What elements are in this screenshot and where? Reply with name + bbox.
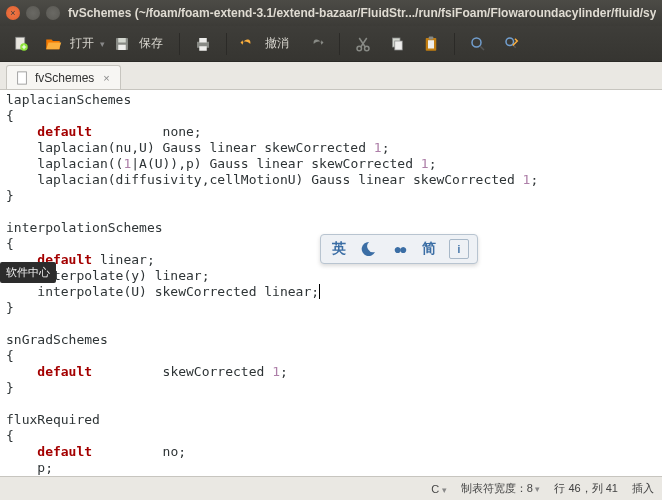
- copy-button[interactable]: [382, 31, 412, 57]
- redo-button[interactable]: [301, 31, 331, 57]
- separator: [339, 33, 340, 55]
- svg-rect-3: [118, 38, 126, 43]
- tooltip-software-center: 软件中心: [0, 262, 56, 283]
- svg-rect-11: [395, 41, 403, 50]
- svg-rect-14: [429, 36, 434, 39]
- window-titlebar: × fvSchemes (~/foam/foam-extend-3.1/exte…: [0, 0, 662, 26]
- status-bar: C 制表符宽度：8 行 46，列 41 插入: [0, 476, 662, 500]
- tab-fvschemes[interactable]: fvSchemes ×: [6, 65, 121, 89]
- svg-rect-4: [118, 44, 126, 49]
- tab-bar: fvSchemes ×: [0, 62, 662, 90]
- close-icon[interactable]: ×: [6, 6, 20, 20]
- status-position: 行 46，列 41: [554, 481, 618, 496]
- save-button[interactable]: [109, 31, 135, 57]
- minimize-icon[interactable]: [26, 6, 40, 20]
- separator: [454, 33, 455, 55]
- svg-rect-7: [199, 46, 207, 51]
- new-file-button[interactable]: [6, 31, 36, 57]
- undo-label: 撤消: [265, 35, 289, 52]
- open-button[interactable]: [40, 31, 66, 57]
- separator: [226, 33, 227, 55]
- svg-point-15: [472, 38, 481, 47]
- separator: [179, 33, 180, 55]
- ime-settings-icon[interactable]: i: [449, 239, 469, 259]
- window-controls: ×: [6, 6, 60, 20]
- search-button[interactable]: [463, 31, 493, 57]
- svg-rect-13: [428, 40, 434, 48]
- window-title: fvSchemes (~/foam/foam-extend-3.1/extend…: [68, 6, 656, 20]
- svg-rect-17: [18, 71, 27, 83]
- tab-close-icon[interactable]: ×: [100, 72, 112, 84]
- svg-rect-6: [199, 38, 207, 43]
- status-tabwidth[interactable]: 制表符宽度：8: [461, 481, 541, 496]
- ime-simplified-button[interactable]: 简: [419, 239, 439, 259]
- open-dropdown-icon[interactable]: ▾: [100, 39, 105, 49]
- main-toolbar: 打开 ▾ 保存 撤消: [0, 26, 662, 62]
- ime-moon-icon[interactable]: [359, 239, 379, 259]
- ime-fullwidth-icon[interactable]: ●●: [389, 239, 409, 259]
- document-icon: [15, 71, 29, 85]
- tab-label: fvSchemes: [35, 71, 94, 85]
- status-language[interactable]: C: [431, 483, 446, 495]
- code-editor[interactable]: laplacianSchemes { default none; laplaci…: [0, 90, 662, 476]
- open-label: 打开: [70, 35, 94, 52]
- ime-lang-button[interactable]: 英: [329, 239, 349, 259]
- print-button[interactable]: [188, 31, 218, 57]
- cut-button[interactable]: [348, 31, 378, 57]
- replace-button[interactable]: [497, 31, 527, 57]
- paste-button[interactable]: [416, 31, 446, 57]
- undo-button[interactable]: [235, 31, 261, 57]
- save-label: 保存: [139, 35, 163, 52]
- maximize-icon[interactable]: [46, 6, 60, 20]
- status-mode[interactable]: 插入: [632, 481, 654, 496]
- svg-point-16: [506, 38, 514, 46]
- ime-panel[interactable]: 英 ●● 简 i: [320, 234, 478, 264]
